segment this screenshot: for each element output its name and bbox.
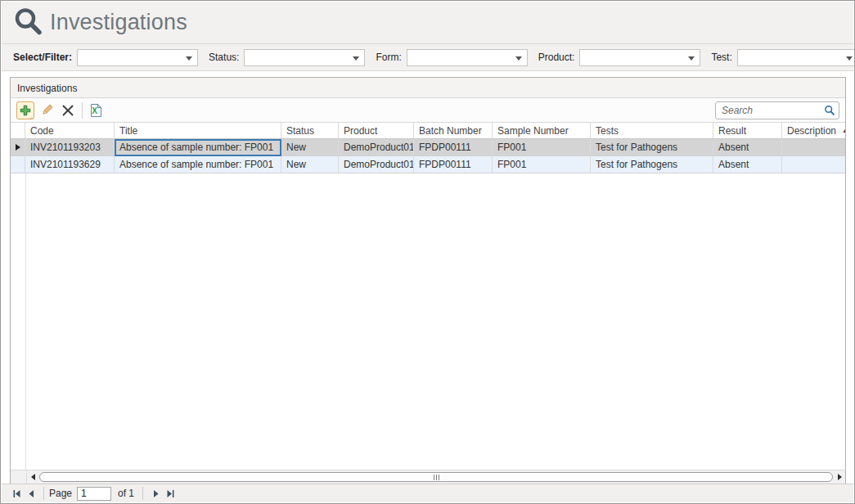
horizontal-scrollbar xyxy=(11,470,845,484)
arrow-right-icon xyxy=(838,474,842,480)
investigations-panel: Investigations .. xyxy=(10,77,846,484)
toolbar-separator xyxy=(82,102,83,119)
scroll-right-button[interactable] xyxy=(834,470,845,484)
current-row-icon xyxy=(16,144,20,151)
last-page-icon xyxy=(166,489,175,498)
excel-icon: X xyxy=(88,103,103,118)
first-page-icon xyxy=(12,489,21,498)
pencil-icon xyxy=(40,103,54,117)
description-cell xyxy=(782,156,845,173)
sample-number-link[interactable]: FP001 xyxy=(493,156,591,173)
column-header-result[interactable]: Result xyxy=(713,123,782,138)
tests-cell: Test for Pathogens xyxy=(591,139,713,156)
sample-number-link[interactable]: FP001 xyxy=(493,139,591,156)
scroll-left-button[interactable] xyxy=(27,470,38,484)
ellipsis-icon: .. xyxy=(29,115,33,119)
batch-number-cell: FPDP00111 xyxy=(414,139,493,156)
search-icon[interactable] xyxy=(824,105,835,116)
arrow-left-icon xyxy=(31,474,35,480)
title-cell[interactable]: Absence of sample number: FP001 xyxy=(115,139,281,156)
table-row[interactable]: INV2101193203 Absence of sample number: … xyxy=(11,139,845,156)
add-button[interactable]: .. xyxy=(16,101,34,119)
scrollbar-track[interactable] xyxy=(38,470,834,484)
column-header-batch-number[interactable]: Batch Number xyxy=(414,123,493,138)
pager-separator xyxy=(142,487,143,500)
product-cell: DemoProduct01 xyxy=(339,156,414,173)
filter-group-select: Select/Filter: xyxy=(13,49,198,66)
select-filter-label: Select/Filter: xyxy=(13,52,72,63)
scrollbar-corner xyxy=(11,470,27,484)
edit-button[interactable] xyxy=(38,101,56,119)
product-dropdown[interactable] xyxy=(579,49,700,66)
pagination-bar: Page of 1 xyxy=(2,484,853,502)
test-dropdown[interactable] xyxy=(737,49,855,66)
filter-bar: Select/Filter: Status: Form: Product: Te… xyxy=(2,44,853,71)
chevron-down-icon xyxy=(846,56,853,61)
column-header-title[interactable]: Title xyxy=(115,123,281,138)
status-label: Status: xyxy=(209,52,239,63)
grid-header-row: Code Title Status Product Batch Number S… xyxy=(11,123,845,139)
panel-title: Investigations xyxy=(11,78,845,98)
test-label: Test: xyxy=(711,52,731,63)
toolbar: .. X xyxy=(11,98,845,123)
form-label: Form: xyxy=(376,52,401,63)
result-cell: Absent xyxy=(713,156,782,173)
status-dropdown[interactable] xyxy=(244,49,365,66)
search-input[interactable] xyxy=(722,105,824,116)
column-header-tests[interactable]: Tests xyxy=(591,123,713,138)
column-header-sample-number[interactable]: Sample Number xyxy=(493,123,591,138)
investigations-grid: Code Title Status Product Batch Number S… xyxy=(11,123,845,470)
column-header-status[interactable]: Status xyxy=(281,123,339,138)
chevron-down-icon xyxy=(353,56,359,61)
last-page-button[interactable] xyxy=(163,486,178,501)
column-header-product[interactable]: Product xyxy=(339,123,414,138)
delete-button[interactable] xyxy=(59,101,77,119)
code-link[interactable]: INV2101193629 xyxy=(25,156,115,173)
chevron-down-icon xyxy=(688,56,695,61)
batch-number-cell: FPDP00111 xyxy=(414,156,493,173)
page-count-label: of 1 xyxy=(118,488,134,499)
next-page-button[interactable] xyxy=(148,486,163,501)
column-header-code[interactable]: Code xyxy=(25,123,115,138)
page-title: Investigations xyxy=(50,10,187,35)
frozen-column-divider xyxy=(25,173,26,470)
export-excel-button[interactable]: X xyxy=(87,101,105,119)
status-cell: New xyxy=(281,156,339,173)
row-indicator-cell xyxy=(11,156,25,173)
table-row[interactable]: INV2101193629 Absence of sample number: … xyxy=(11,156,845,173)
grip-icon xyxy=(434,475,434,480)
chevron-down-icon xyxy=(515,56,522,61)
pager-separator xyxy=(43,487,44,500)
sort-ascending-icon: ▲ xyxy=(842,128,845,133)
previous-page-icon xyxy=(27,489,36,498)
product-label: Product: xyxy=(538,52,575,63)
product-cell: DemoProduct01 xyxy=(339,139,414,156)
description-cell xyxy=(782,139,845,156)
row-indicator-header xyxy=(11,123,25,138)
previous-page-button[interactable] xyxy=(24,486,38,501)
grip-icon xyxy=(439,475,439,480)
chevron-down-icon xyxy=(186,56,192,61)
first-page-button[interactable] xyxy=(9,486,24,501)
select-filter-dropdown[interactable] xyxy=(77,49,198,66)
row-indicator-cell xyxy=(11,139,25,156)
app-header: Investigations xyxy=(2,2,853,44)
form-dropdown[interactable] xyxy=(407,49,528,66)
tests-cell: Test for Pathogens xyxy=(591,156,713,173)
code-link[interactable]: INV2101193203 xyxy=(25,139,115,156)
filter-group-form: Form: xyxy=(376,49,527,66)
page-number-input[interactable] xyxy=(77,487,111,501)
search-icon xyxy=(12,7,45,39)
svg-text:X: X xyxy=(92,106,97,115)
status-cell: New xyxy=(281,139,339,156)
page-label: Page xyxy=(49,488,72,499)
x-icon xyxy=(61,104,74,117)
column-header-description[interactable]: Description ▲ xyxy=(782,123,845,138)
filter-group-product: Product: xyxy=(538,49,701,66)
grip-icon xyxy=(436,475,437,480)
next-page-icon xyxy=(151,489,160,498)
title-cell: Absence of sample number: FP001 xyxy=(115,156,281,173)
search-box xyxy=(715,101,839,119)
filter-group-test: Test: xyxy=(711,49,855,66)
scrollbar-thumb[interactable] xyxy=(39,472,833,482)
